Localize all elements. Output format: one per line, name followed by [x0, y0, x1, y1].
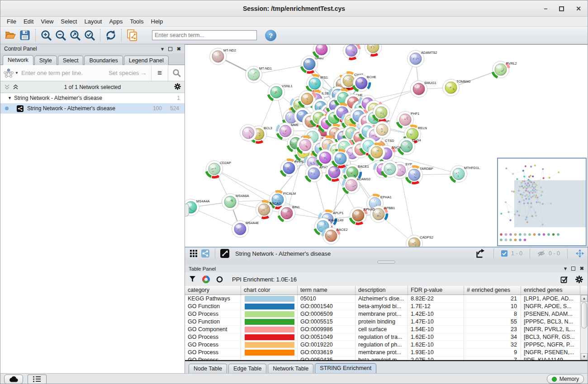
network-node-TOMM40[interactable]: TOMM40	[443, 80, 471, 96]
panel-close-icon[interactable]: ✖	[177, 46, 181, 52]
save-session-button[interactable]	[18, 28, 32, 42]
zoom-in-icon[interactable]	[39, 28, 53, 42]
network-node-MS4A4E[interactable]: MS4A4E	[232, 221, 259, 238]
network-node-unlabeled[interactable]	[297, 136, 314, 153]
panel-collapse-icon[interactable]: ▾	[161, 46, 164, 52]
column-header-chart-color[interactable]: chart color	[241, 286, 298, 295]
scrollbar-thumb[interactable]	[581, 302, 587, 328]
open-session-button[interactable]	[3, 28, 18, 42]
grid-view-icon[interactable]	[188, 248, 199, 259]
pan-compass-icon[interactable]	[575, 248, 585, 258]
scroll-down-icon[interactable]: ▼	[581, 353, 588, 360]
table-row[interactable]: GO ProcessGO:0033619membrane prot...1.93…	[185, 349, 588, 356]
network-node-ABCA7[interactable]: ABCA7	[256, 201, 281, 218]
table-panel-float-icon[interactable]	[571, 267, 575, 271]
zoom-out-icon[interactable]	[53, 28, 68, 42]
task-history-button[interactable]	[28, 375, 47, 384]
menu-apps[interactable]: Apps	[107, 18, 126, 25]
menu-view[interactable]: View	[38, 18, 56, 25]
network-node-unlabeled[interactable]	[240, 125, 257, 141]
network-node-VSNL1[interactable]: VSNL1	[268, 84, 293, 101]
network-node-CADPS2[interactable]: CADPS2	[406, 235, 434, 247]
network-node-unlabeled[interactable]	[382, 161, 398, 178]
network-node-unlabeled[interactable]	[313, 45, 330, 58]
splitter-grip[interactable]	[185, 204, 189, 216]
refresh-icon[interactable]	[104, 28, 118, 42]
network-panel-gear-icon[interactable]	[174, 83, 181, 91]
network-canvas[interactable]: MT-ND2MT-ND1VSNL1GAB2IRS1ABCA1CHATBCHEIL…	[185, 44, 588, 247]
menu-help[interactable]: Help	[148, 18, 166, 25]
network-node-DLG4[interactable]: DLG4	[398, 138, 421, 155]
automation-cloud-button[interactable]	[4, 375, 23, 384]
table-row[interactable]: GO FunctionGO:0005515protein binding1.47…	[185, 318, 588, 326]
column-header--enriched-genes[interactable]: # enriched genes	[464, 286, 521, 295]
network-node-ADAM10[interactable]: ADAM10	[343, 177, 370, 194]
network-node-MS4A6A[interactable]: MS4A6A	[222, 194, 249, 211]
selected-checkbox-icon[interactable]	[501, 250, 507, 257]
tab-legend-panel[interactable]: Legend Panel	[124, 56, 169, 65]
tab-select[interactable]: Select	[58, 56, 84, 65]
network-node-SMUG1[interactable]: SMUG1	[411, 81, 436, 98]
horizontal-splitter[interactable]	[185, 259, 588, 265]
zoom-fit-icon[interactable]	[68, 28, 82, 42]
table-panel-collapse-icon[interactable]: ▾	[564, 266, 567, 272]
maximize-icon[interactable]	[559, 6, 564, 11]
string-logo-icon[interactable]: ▼	[0, 68, 21, 78]
select-filtered-icon[interactable]	[560, 276, 568, 283]
column-header-FDR-p-value[interactable]: FDR p-value	[408, 286, 464, 295]
memory-button[interactable]: Memory	[547, 375, 584, 384]
menu-select[interactable]: Select	[58, 18, 80, 25]
network-node-BIN1[interactable]: BIN1	[279, 205, 300, 222]
enrichment-chart-icon[interactable]	[202, 276, 210, 283]
table-row[interactable]: GO ProcessGO:0006509membrane prot...1.42…	[185, 310, 588, 318]
tab-string-enrichment[interactable]: STRING Enrichment	[315, 363, 376, 373]
network-node-ADAMTS2[interactable]: ADAMTS2	[408, 51, 437, 67]
string-search-icon[interactable]	[168, 66, 185, 81]
network-node-PVRL2[interactable]: PVRL2	[493, 61, 517, 78]
network-row[interactable]: String Network - Alzheimer's disease 100…	[0, 103, 185, 114]
ring-chart-icon[interactable]	[216, 276, 223, 283]
filter-icon[interactable]	[190, 276, 196, 282]
column-header-term-name[interactable]: term name	[298, 286, 356, 295]
menu-edit[interactable]: Edit	[21, 18, 36, 25]
column-header-enriched-genes[interactable]: enriched genes	[521, 286, 580, 295]
table-row[interactable]: GO ComponentGO:0009986cell surface1.54E-…	[185, 326, 588, 333]
table-panel-close-icon[interactable]: ✖	[580, 266, 584, 272]
table-row[interactable]: GO ProcessGO:0019220regulation of ph...1…	[185, 341, 588, 349]
menu-file[interactable]: File	[4, 18, 19, 25]
column-header-description[interactable]: description	[356, 286, 408, 295]
close-icon[interactable]: ✕	[576, 5, 581, 12]
network-node-unlabeled[interactable]	[374, 122, 391, 138]
network-node-MT-ND1[interactable]: MT-ND1	[246, 66, 272, 83]
column-header-category[interactable]: category	[185, 286, 241, 295]
zoom-selected-icon[interactable]	[82, 28, 97, 42]
network-node-MTHFD1L[interactable]: MTHFD1L	[450, 166, 480, 183]
help-icon[interactable]: ?	[265, 30, 276, 41]
table-settings-gear-icon[interactable]	[575, 276, 583, 283]
network-node-CD2AP[interactable]: CD2AP	[206, 161, 232, 178]
panel-float-icon[interactable]	[168, 47, 172, 51]
network-node-unlabeled[interactable]	[332, 150, 349, 167]
network-node-MT-ND2[interactable]: MT-ND2	[210, 48, 236, 65]
string-query-input[interactable]: Enter one term per line. Set species →	[21, 70, 151, 76]
table-row[interactable]: GO FunctionGO:0001540beta-amyloid bi...1…	[185, 303, 588, 310]
network-node-TARDBP[interactable]: TARDBP	[406, 166, 433, 183]
table-vertical-scrollbar[interactable]: ▲ ▼	[580, 295, 588, 360]
table-row[interactable]: GO ProcessGO:0050435beta-amyloid m...2.0…	[185, 356, 588, 361]
menu-layout[interactable]: Layout	[81, 18, 104, 25]
tab-style[interactable]: Style	[34, 56, 57, 65]
network-node-BACE2[interactable]: BACE2	[322, 228, 347, 244]
tree-expand-icon[interactable]: ▼	[8, 96, 14, 100]
network-node-unlabeled[interactable]	[369, 144, 385, 160]
network-navigator[interactable]	[497, 158, 587, 246]
tab-node-table[interactable]: Node Table	[189, 364, 227, 373]
table-row[interactable]: GO ProcessGO:0051049regulation of tra...…	[185, 333, 588, 341]
clone-network-icon[interactable]	[125, 28, 139, 42]
export-network-icon[interactable]	[474, 248, 486, 259]
table-row[interactable]: KEGG Pathways05010Alzheimer's dise...8.8…	[185, 295, 588, 303]
network-node-unlabeled[interactable]	[365, 45, 382, 56]
birdseye-view-icon[interactable]	[199, 248, 211, 259]
network-node-unlabeled[interactable]	[373, 104, 390, 121]
tab-boundaries[interactable]: Boundaries	[84, 56, 123, 65]
network-node-unlabeled[interactable]	[343, 45, 360, 59]
